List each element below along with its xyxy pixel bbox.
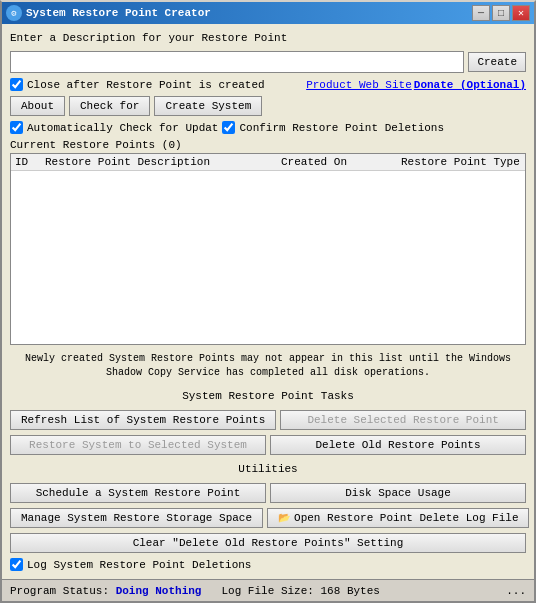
confirm-delete-label: Confirm Restore Point Deletions [239,122,444,134]
tasks-title: System Restore Point Tasks [10,390,526,402]
note-text: Newly created System Restore Points may … [10,352,526,380]
refresh-button[interactable]: Refresh List of System Restore Points [10,410,276,430]
title-bar: ⚙ System Restore Point Creator ─ □ ✕ [2,2,534,24]
log-deletions-checkbox[interactable] [10,558,23,571]
close-after-checkbox-row: Close after Restore Point is created [10,78,265,91]
disk-space-button[interactable]: Disk Space Usage [270,483,526,503]
main-content: Enter a Description for your Restore Poi… [2,24,534,579]
status-bar: Program Status: Doing Nothing Log File S… [2,579,534,601]
create-button[interactable]: Create [468,52,526,72]
log-deletions-label: Log System Restore Point Deletions [27,559,251,571]
app-icon: ⚙ [6,5,22,21]
description-row: Create [10,51,526,73]
title-bar-left: ⚙ System Restore Point Creator [6,5,211,21]
open-log-button[interactable]: 📂 Open Restore Point Delete Log File [267,508,529,528]
links-area: Product Web Site Donate (Optional) [306,79,526,91]
close-after-row: Close after Restore Point is created Pro… [10,78,526,91]
options-row: Automatically Check for Updat Confirm Re… [10,121,526,134]
close-button[interactable]: ✕ [512,5,530,21]
program-status-value: Doing Nothing [116,585,202,597]
restore-points-table: ID Restore Point Description Created On … [10,153,526,345]
action-buttons-row: About Check for Create System [10,96,526,116]
confirm-delete-checkbox[interactable] [222,121,235,134]
program-status-label: Program Status: [10,585,109,597]
auto-check-checkbox[interactable] [10,121,23,134]
clear-button[interactable]: Clear "Delete Old Restore Points" Settin… [10,533,526,553]
col-type: Restore Point Type [401,156,521,168]
window-title: System Restore Point Creator [26,7,211,19]
minimize-button[interactable]: ─ [472,5,490,21]
col-created-on: Created On [281,156,401,168]
close-after-checkbox[interactable] [10,78,23,91]
log-file-size-label: Log File Size: [221,585,313,597]
main-window: ⚙ System Restore Point Creator ─ □ ✕ Ent… [0,0,536,603]
restore-points-label: Current Restore Points (0) [10,139,526,151]
restore-system-button[interactable]: Restore System to Selected System [10,435,266,455]
log-file-size-value: 168 Bytes [321,585,380,597]
manage-button[interactable]: Manage System Restore Storage Space [10,508,263,528]
close-after-label: Close after Restore Point is created [27,79,265,91]
donate-link[interactable]: Donate (Optional) [414,79,526,91]
delete-selected-button[interactable]: Delete Selected Restore Point [280,410,526,430]
program-status-group: Program Status: Doing Nothing [10,585,201,597]
col-id: ID [15,156,45,168]
product-website-link[interactable]: Product Web Site [306,79,412,91]
utilities-title: Utilities [10,463,526,475]
about-button[interactable]: About [10,96,65,116]
tasks-buttons-row2: Restore System to Selected System Delete… [10,435,526,455]
description-input[interactable] [10,51,464,73]
maximize-button[interactable]: □ [492,5,510,21]
schedule-button[interactable]: Schedule a System Restore Point [10,483,266,503]
tasks-buttons-row1: Refresh List of System Restore Points De… [10,410,526,430]
auto-check-label: Automatically Check for Updat [27,122,218,134]
log-deletions-row: Log System Restore Point Deletions [10,558,526,571]
col-description: Restore Point Description [45,156,281,168]
utilities-row1: Schedule a System Restore Point Disk Spa… [10,483,526,503]
ellipsis: ... [506,585,526,597]
check-for-button[interactable]: Check for [69,96,150,116]
create-system-button[interactable]: Create System [154,96,262,116]
description-label: Enter a Description for your Restore Poi… [10,32,526,44]
folder-icon: 📂 [278,512,290,524]
title-buttons: ─ □ ✕ [472,5,530,21]
log-file-size-group: Log File Size: 168 Bytes [221,585,379,597]
delete-old-button[interactable]: Delete Old Restore Points [270,435,526,455]
restore-points-section: Current Restore Points (0) ID Restore Po… [10,139,526,345]
table-header: ID Restore Point Description Created On … [11,154,525,171]
utilities-row2: Manage System Restore Storage Space 📂 Op… [10,508,526,528]
